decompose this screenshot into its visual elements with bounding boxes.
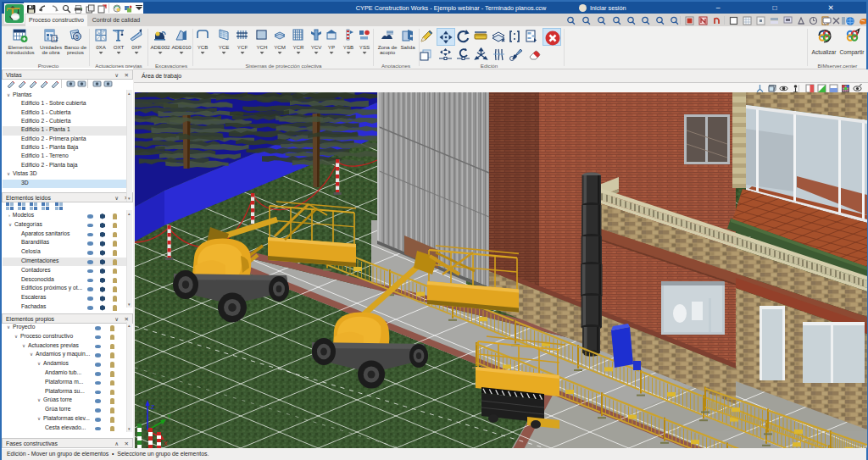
svg-text:X: X bbox=[164, 441, 168, 446]
svg-text:Y: Y bbox=[167, 413, 171, 419]
svg-text:5: 5 bbox=[75, 34, 79, 40]
svg-text:Z: Z bbox=[151, 404, 155, 410]
